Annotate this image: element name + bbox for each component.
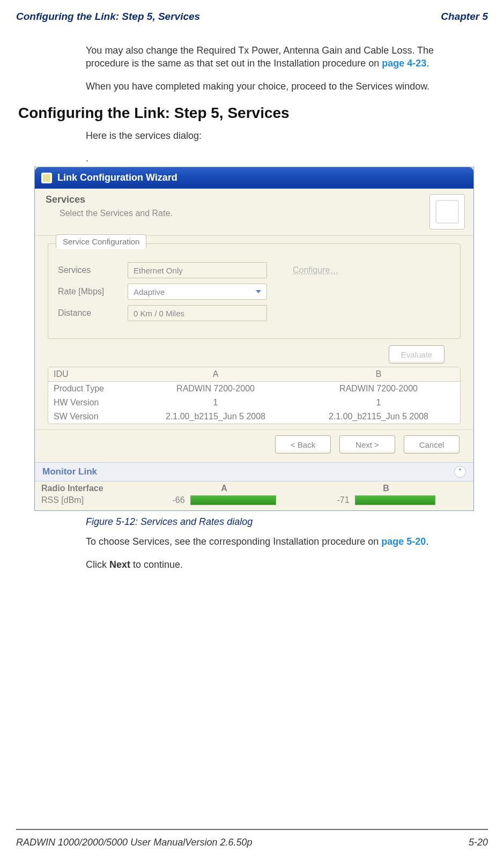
wizard-figure: Link Configuration Wizard Services Selec…: [34, 167, 477, 511]
titlebar: Link Configuration Wizard: [35, 167, 473, 189]
wizard-header: Services Select the Services and Rate.: [35, 189, 473, 236]
next-button[interactable]: Next >: [339, 435, 395, 454]
cancel-button[interactable]: Cancel: [404, 435, 459, 454]
idu-row-b: 1: [297, 396, 460, 410]
wizard-step-title: Services: [46, 194, 173, 205]
idu-row-b: 2.1.00_b2115_Jun 5 2008: [297, 410, 460, 424]
rate-value: Adaptive: [134, 287, 165, 296]
idu-row-a: 1: [134, 396, 297, 410]
window-title: Link Configuration Wizard: [57, 172, 177, 183]
intro-text-b: .: [426, 58, 429, 69]
idu-head-b: B: [297, 367, 460, 381]
figure-caption: Figure 5-12: Services and Rates dialog: [86, 516, 488, 528]
idu-row-a: RADWIN 7200-2000: [134, 382, 297, 396]
chevron-down-icon: [256, 290, 261, 293]
footer-right: 5-20: [469, 837, 488, 848]
table-row: Product Type RADWIN 7200-2000 RADWIN 720…: [48, 382, 460, 396]
post2-bold: Next: [109, 559, 130, 570]
service-config-tab[interactable]: Service Configuration: [56, 234, 146, 249]
wizard-button-row: < Back Next > Cancel: [35, 429, 473, 462]
radio-col-a: A: [143, 484, 305, 493]
idu-head-a: A: [134, 367, 297, 381]
table-row: HW Version 1 1: [48, 396, 460, 410]
header-left: Configuring the Link: Step 5, Services: [16, 11, 200, 23]
post-para-1: To choose Services, see the correspondin…: [86, 535, 476, 548]
wizard-body: Service Configuration Services Ethernet …: [35, 236, 473, 429]
intro-para-1: You may also change the Required Tx Powe…: [86, 44, 476, 70]
footer-rule: [16, 829, 488, 830]
page-4-23-link[interactable]: page 4-23: [382, 58, 426, 69]
wizard-window: Link Configuration Wizard Services Selec…: [34, 167, 474, 511]
rss-label: RSS [dBm]: [41, 495, 143, 505]
services-field: Ethernet Only: [128, 262, 267, 278]
idu-row-b: RADWIN 7200-2000: [297, 382, 460, 396]
idu-row-label: HW Version: [48, 396, 134, 410]
rss-a-bar: [190, 495, 276, 505]
radio-header: Radio Interface A B: [35, 481, 473, 494]
distance-label: Distance: [58, 308, 128, 318]
evaluate-button[interactable]: Evaluate: [389, 345, 444, 364]
header-right: Chapter 5: [441, 11, 488, 23]
app-icon: [41, 173, 52, 183]
idu-table: IDU A B Product Type RADWIN 7200-2000 RA…: [48, 367, 461, 424]
distance-field: 0 Km / 0 Miles: [128, 305, 267, 321]
post1-a: To choose Services, see the correspondin…: [86, 536, 381, 547]
dot: .: [86, 152, 476, 165]
footer: RADWIN 1000/2000/5000 User ManualVersion…: [16, 837, 488, 848]
rss-b-bar: [355, 495, 435, 505]
distance-value: 0 Km / 0 Miles: [134, 309, 184, 318]
service-config-group: Service Configuration Services Ethernet …: [48, 243, 461, 339]
back-button[interactable]: < Back: [275, 435, 331, 454]
collapse-icon[interactable]: ˄: [454, 466, 466, 478]
post2-b: to continue.: [130, 559, 183, 570]
services-label: Services: [58, 265, 128, 275]
radio-interface-label: Radio Interface: [41, 484, 143, 493]
wizard-step-sub: Select the Services and Rate.: [60, 209, 173, 218]
rss-a-value: -66: [172, 495, 184, 505]
rate-dropdown[interactable]: Adaptive: [128, 284, 267, 300]
intro-para-2: When you have completed making your choi…: [86, 80, 476, 93]
radio-col-b: B: [305, 484, 467, 493]
running-header: Configuring the Link: Step 5, Services C…: [16, 11, 488, 23]
idu-head-label: IDU: [48, 367, 134, 381]
rate-label: Rate [Mbps]: [58, 287, 128, 296]
wizard-logo: [429, 194, 465, 229]
section-heading: Configuring the Link: Step 5, Services: [18, 105, 488, 122]
monitor-link-bar[interactable]: Monitor Link ˄: [35, 462, 473, 481]
idu-row-a: 2.1.00_b2115_Jun 5 2008: [134, 410, 297, 424]
idu-row-label: SW Version: [48, 410, 134, 424]
idu-row-label: Product Type: [48, 382, 134, 396]
services-value: Ethernet Only: [134, 266, 183, 275]
rss-b-value: -71: [337, 495, 349, 505]
post1-b: .: [426, 536, 428, 547]
rss-row: RSS [dBm] -66 -71: [35, 494, 473, 510]
post-para-2: Click Next to continue.: [86, 558, 476, 571]
table-row: SW Version 2.1.00_b2115_Jun 5 2008 2.1.0…: [48, 410, 460, 424]
footer-left: RADWIN 1000/2000/5000 User ManualVersion…: [16, 837, 253, 848]
monitor-link-label: Monitor Link: [42, 466, 97, 477]
configure-link[interactable]: Configure…: [293, 265, 338, 275]
lead-in: Here is the services dialog:: [86, 129, 476, 142]
page-5-20-link[interactable]: page 5-20: [381, 536, 426, 547]
post2-a: Click: [86, 559, 109, 570]
